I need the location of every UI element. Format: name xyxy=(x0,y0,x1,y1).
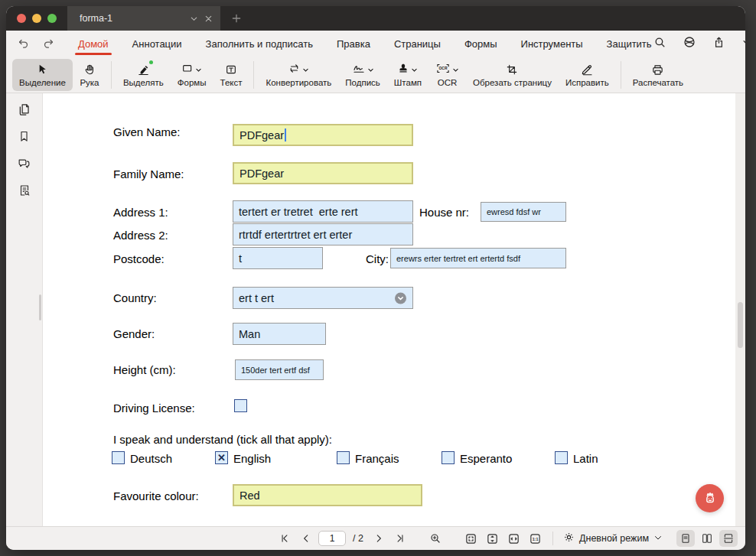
address1-field[interactable]: tertert er tretret erte rert xyxy=(233,200,413,223)
checkbox-deutsch[interactable] xyxy=(112,451,125,464)
menu-bar: Домой Аннотации Заполнить и подписать Пр… xyxy=(6,31,745,57)
maximize-window-button[interactable] xyxy=(47,14,57,23)
pen-icon xyxy=(580,62,594,77)
english-label: English xyxy=(233,452,271,465)
tool-stamp[interactable]: Штамп xyxy=(387,59,429,91)
dropdown-arrow-icon[interactable] xyxy=(395,292,406,304)
toolbar-separator xyxy=(111,61,112,89)
fit-page-icon[interactable] xyxy=(461,530,480,547)
globe-icon[interactable] xyxy=(683,35,696,52)
signature-icon xyxy=(352,61,366,78)
height-label: Height (cm): xyxy=(113,363,176,376)
redo-icon[interactable] xyxy=(42,37,55,50)
vertical-scrollbar-track[interactable] xyxy=(735,93,745,526)
next-page-button[interactable] xyxy=(370,530,388,547)
shapes-icon xyxy=(181,62,194,77)
tool-text[interactable]: Текст xyxy=(213,59,249,91)
printer-icon xyxy=(651,62,664,77)
favourite-colour-field[interactable]: Red xyxy=(233,484,422,506)
vertical-scrollbar-thumb[interactable] xyxy=(738,302,743,348)
close-window-button[interactable] xyxy=(17,14,26,23)
highlighter-icon xyxy=(137,62,150,77)
tool-signature[interactable]: Подпись xyxy=(338,59,387,91)
first-page-button[interactable] xyxy=(275,530,294,547)
view-mode-selector[interactable]: Дневной режим xyxy=(562,532,664,545)
city-field[interactable]: erewrs erter tertret ert ertertd fsdf xyxy=(390,248,566,268)
fit-width-icon[interactable] xyxy=(504,530,523,547)
postcode-field[interactable]: t xyxy=(233,247,323,269)
checkbox-francais[interactable] xyxy=(337,451,350,464)
menu-pages[interactable]: Страницы xyxy=(393,33,442,55)
address2-field[interactable]: rtrtdf ertertrtret ert erter xyxy=(233,223,413,245)
chevron-down-icon xyxy=(653,533,663,545)
page-number-input[interactable]: 1 xyxy=(318,531,346,546)
checkbox-latin[interactable] xyxy=(555,451,568,464)
tool-print[interactable]: Распечатать xyxy=(626,59,690,91)
family-name-field[interactable]: PDFgear xyxy=(233,162,413,184)
tool-shapes[interactable]: Формы xyxy=(171,59,213,91)
tab-title: forma-1 xyxy=(80,13,184,24)
given-name-field[interactable]: PDFgear xyxy=(233,124,413,146)
svg-text:OCR: OCR xyxy=(439,67,448,70)
ocr-icon: OCR xyxy=(435,62,451,78)
tool-ocr[interactable]: OCR OCR xyxy=(429,59,466,91)
tool-highlight[interactable]: Выделять xyxy=(116,59,171,91)
status-bar: 1 / 2 1:1 Дневной режим xyxy=(6,526,745,550)
chevron-down-icon xyxy=(302,63,309,76)
left-sidebar xyxy=(6,93,43,526)
single-page-view-icon[interactable] xyxy=(676,530,695,547)
menu-annotations[interactable]: Аннотации xyxy=(131,33,184,55)
menu-tools[interactable]: Инструменты xyxy=(520,33,585,55)
document-search-icon[interactable] xyxy=(18,184,31,200)
previous-page-button[interactable] xyxy=(297,530,315,547)
toolbar-separator xyxy=(253,61,254,89)
chevron-down-icon xyxy=(367,63,374,76)
page-thumbnails-icon[interactable] xyxy=(17,102,31,120)
pdf-page: Given Name: PDFgear Family Name: PDFgear… xyxy=(43,93,745,526)
chevron-down-icon xyxy=(452,63,459,76)
menu-fill-sign[interactable]: Заполнить и подписать xyxy=(204,33,314,55)
bookmark-icon[interactable] xyxy=(18,130,31,146)
tool-hand[interactable]: Рука xyxy=(73,59,106,91)
continuous-scroll-view-icon[interactable] xyxy=(719,530,738,547)
checkbox-esperanto[interactable] xyxy=(442,451,455,464)
tab-chevron-down-icon[interactable] xyxy=(190,15,198,23)
menu-home[interactable]: Домой xyxy=(77,33,110,55)
traffic-lights xyxy=(6,6,67,31)
fit-height-icon[interactable] xyxy=(483,530,501,547)
tool-convert[interactable]: Конвертировать xyxy=(259,59,338,91)
tab-close-icon[interactable] xyxy=(204,15,213,23)
highlighter-badge xyxy=(149,60,153,64)
checkbox-english[interactable]: ✕ xyxy=(215,451,228,464)
tool-crop[interactable]: Обрезать страницу xyxy=(466,59,559,91)
menu-protect[interactable]: Защитить xyxy=(605,33,653,55)
search-icon[interactable] xyxy=(653,36,666,52)
driving-license-label: Driving License: xyxy=(113,402,195,415)
house-nr-field[interactable]: ewresd fdsf wr xyxy=(481,202,566,222)
tool-redact[interactable]: Исправить xyxy=(559,59,616,91)
assistant-robot-button[interactable] xyxy=(696,484,724,512)
city-label: City: xyxy=(366,252,389,265)
deutsch-label: Deutsch xyxy=(130,452,172,465)
tool-select[interactable]: Выделение xyxy=(12,59,73,91)
actual-size-icon[interactable]: 1:1 xyxy=(526,530,544,547)
chevron-down-icon[interactable] xyxy=(741,37,745,51)
last-page-button[interactable] xyxy=(391,530,409,547)
undo-icon[interactable] xyxy=(17,37,30,50)
share-icon[interactable] xyxy=(712,36,725,52)
house-nr-label: House nr: xyxy=(419,206,469,219)
sidebar-scrollbar[interactable] xyxy=(39,294,41,320)
two-page-view-icon[interactable] xyxy=(698,530,716,547)
menu-forms[interactable]: Формы xyxy=(463,33,499,55)
minimize-window-button[interactable] xyxy=(32,14,41,23)
document-tab[interactable]: forma-1 xyxy=(67,6,220,31)
gender-field[interactable]: Man xyxy=(233,323,326,345)
menu-edit[interactable]: Правка xyxy=(335,33,372,55)
new-tab-button[interactable] xyxy=(220,6,253,31)
country-dropdown[interactable]: ert t ert xyxy=(233,287,413,309)
driving-license-checkbox[interactable] xyxy=(234,399,247,412)
zoom-in-icon[interactable] xyxy=(426,530,445,547)
height-field[interactable]: 150der tert ertf dsf xyxy=(235,359,324,380)
comments-icon[interactable] xyxy=(17,156,31,174)
hand-icon xyxy=(83,62,96,77)
